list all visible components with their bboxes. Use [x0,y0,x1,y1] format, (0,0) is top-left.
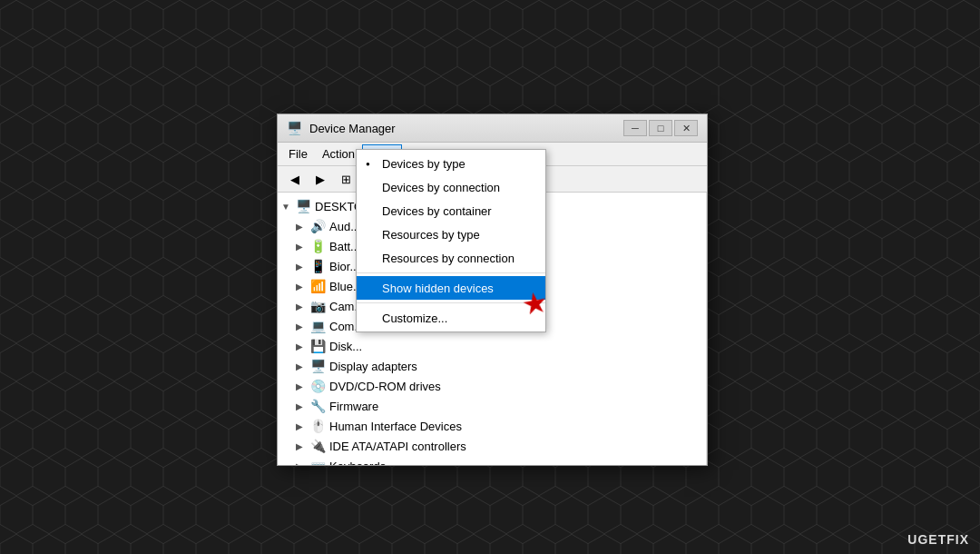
back-button[interactable]: ◀ [283,169,307,189]
properties-button[interactable]: ⊞ [334,169,358,189]
tree-item-label: IDE ATA/ATAPI controllers [329,440,466,453]
menu-devices-by-container[interactable]: Devices by container [357,199,545,223]
tree-disk[interactable]: ▶ 💾 Disk... [278,336,706,356]
keyboard-icon: ⌨️ [310,459,326,465]
window-title: Device Manager [309,122,396,135]
tree-item-label: Human Interface Devices [329,420,462,433]
minimize-button[interactable]: ─ [623,120,647,136]
window-icon: 🖥️ [287,121,302,135]
expand-icon: ▶ [296,322,309,331]
menu-devices-by-connection[interactable]: Devices by connection [357,175,545,199]
expand-icon: ▼ [281,202,294,212]
expand-icon: ▶ [296,401,309,411]
disk-icon: 💾 [310,339,326,353]
expand-icon: ▶ [296,262,309,272]
maximize-button[interactable]: □ [649,120,672,136]
hid-icon: 🖱️ [310,419,326,433]
expand-icon: ▶ [296,341,309,351]
battery-icon: 🔋 [310,239,326,253]
menu-devices-by-type[interactable]: Devices by type [357,152,545,175]
expand-icon: ▶ [296,242,309,252]
expand-icon: ▶ [296,222,309,232]
forward-button[interactable]: ▶ [309,169,332,189]
tree-item-label: Disk... [329,340,362,353]
bluetooth-icon: 📶 [310,279,326,293]
tree-display-adapters[interactable]: ▶ 🖥️ Display adapters [278,356,706,376]
close-button[interactable]: ✕ [674,120,698,136]
tree-item-label: Display adapters [329,360,417,373]
window-controls: ─ □ ✕ [623,120,698,136]
menu-show-hidden-devices[interactable]: Show hidden devices [357,276,545,300]
tree-keyboards[interactable]: ▶ ⌨️ Keyboards [278,456,706,465]
tree-item-label: DVD/CD-ROM drives [329,380,441,393]
tree-firmware[interactable]: ▶ 🔧 Firmware [278,396,706,416]
camera-icon: 📷 [310,299,326,313]
tree-hid[interactable]: ▶ 🖱️ Human Interface Devices [278,416,706,436]
firmware-icon: 🔧 [310,399,326,413]
computer-icon: 💻 [310,319,326,333]
view-dropdown-menu: Devices by type Devices by connection De… [356,149,546,332]
expand-icon: ▶ [296,302,309,312]
separator-1 [357,272,545,273]
expand-icon: ▶ [296,361,309,371]
tree-ide[interactable]: ▶ 🔌 IDE ATA/ATAPI controllers [278,436,706,456]
title-bar: 🖥️ Device Manager ─ □ ✕ [278,114,707,143]
computer-icon: 🖥️ [296,199,311,213]
menu-file[interactable]: File [281,144,315,163]
menu-customize[interactable]: Customize... [357,306,545,330]
expand-icon: ▶ [296,441,309,451]
expand-icon: ▶ [296,282,309,292]
tree-item-label: Keyboards [329,460,386,466]
menu-resources-by-type[interactable]: Resources by type [357,223,545,246]
ide-icon: 🔌 [310,439,326,453]
tree-dvd-drives[interactable]: ▶ 💿 DVD/CD-ROM drives [278,376,706,396]
tree-item-label: Firmware [329,400,378,413]
biometric-icon: 📱 [310,259,326,273]
expand-icon: ▶ [296,421,309,431]
expand-icon: ▶ [296,381,309,391]
expand-icon: ▶ [296,461,309,466]
dvd-icon: 💿 [310,379,326,393]
watermark: UGETFIX [907,532,969,547]
menu-resources-by-connection[interactable]: Resources by connection [357,246,545,270]
display-icon: 🖥️ [310,359,326,373]
audio-icon: 🔊 [310,219,326,233]
separator-2 [357,302,545,303]
